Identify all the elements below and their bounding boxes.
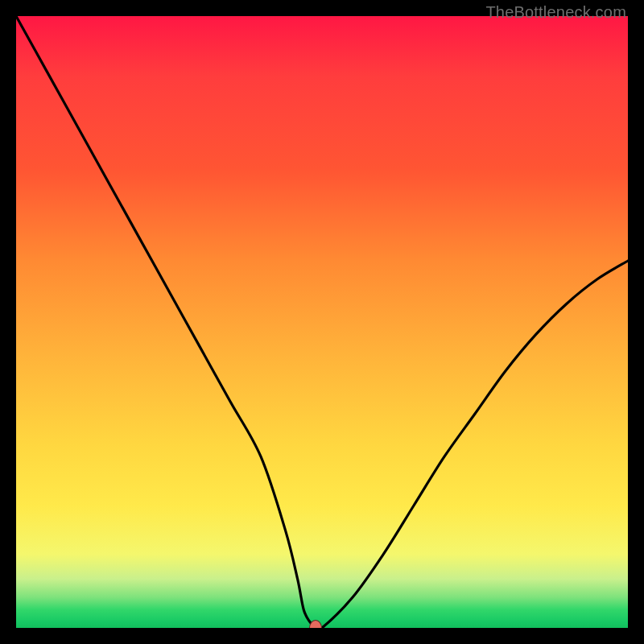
plot-area — [16, 16, 628, 628]
watermark-text: TheBottleneck.com — [485, 3, 626, 22]
chart-frame: TheBottleneck.com — [0, 0, 644, 644]
curve-layer — [16, 16, 628, 628]
bottleneck-curve — [16, 16, 628, 628]
